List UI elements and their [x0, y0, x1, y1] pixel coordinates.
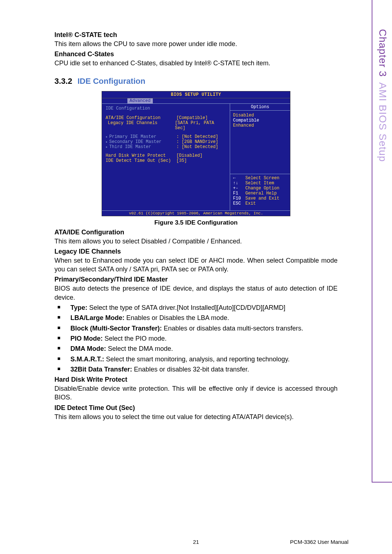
list-item: Block (Multi-Sector Transfer): Enables o… [56, 324, 338, 333]
bullet-bold: Block (Multi-Sector Transfer): [70, 325, 162, 332]
nav-key: ↑↓ [233, 181, 245, 186]
bios-tab-advanced[interactable]: Advanced [127, 98, 153, 103]
content: Intel® C-STATE tech This item allows the… [54, 31, 338, 421]
hdr-ide-master: Primary/Secondary/Third IDE Master [54, 276, 338, 283]
bullet-bold: 32Bit Data Transfer: [70, 366, 132, 373]
bios-row-value: : [2GB NANDrive] [176, 139, 218, 144]
manual-name: PCM-3362 User Manual [290, 539, 348, 545]
bullet-text: Select the DMA mode. [106, 345, 173, 352]
list-item: S.M.A.R.T.: Select the smart monitoring,… [56, 355, 338, 364]
list-item: DMA Mode: Select the DMA mode. [56, 344, 338, 353]
bios-right-panel: Options Disabled Compatible Enhanced ←Se… [230, 104, 290, 210]
bullet-bold: LBA/Large Mode: [70, 314, 124, 321]
para-ide-master: BIOS auto detects the presence of IDE de… [54, 284, 338, 302]
hdr-ide-detect: IDE Detect Time Out (Sec) [54, 404, 338, 412]
bios-row-label: IDE Detect Time Out (Sec) [106, 158, 176, 163]
bios-master-row[interactable]: Third IDE Master : [Not Detected] [106, 144, 226, 149]
bullet-bold: S.M.A.R.T.: [70, 356, 104, 363]
bios-row-value: [Compatible] [176, 115, 208, 120]
figure-caption: Figure 3.5 IDE Configuration [54, 219, 338, 226]
section-title: IDE Configuration [77, 77, 145, 86]
para-legacy-ide: When set to Enhanced mode you can select… [54, 256, 338, 274]
bios-title: BIOS SETUP UTILITY [102, 91, 290, 98]
bullet-bold: PIO Mode: [70, 335, 103, 342]
para-write-protect: Disable/Enable device write protection. … [54, 384, 338, 402]
para-ide-detect: This item allows you to select the time … [54, 413, 338, 421]
hdr-cstate: Intel® C-STATE tech [54, 31, 338, 39]
bios-row[interactable]: Legacy IDE Channels [SATA Pri, PATA Sec] [106, 120, 226, 131]
bios-screenshot: BIOS SETUP UTILITY Advanced IDE Configur… [102, 91, 290, 216]
nav-text: Select Screen [245, 176, 279, 181]
bios-option[interactable]: Enhanced [233, 123, 287, 128]
hdr-write-protect: Hard Disk Write Protect [54, 376, 338, 383]
para-cstate: This item allows the CPU to save more po… [54, 40, 338, 48]
bios-left-panel: IDE Configuration ATA/IDE Configuration … [102, 104, 230, 210]
bios-row[interactable]: ATA/IDE Configuration [Compatible] [106, 115, 226, 120]
para-ata-ide: This item allows you to select Disabled … [54, 237, 338, 246]
bios-options-header: Options [230, 104, 290, 111]
bios-nav-help: ←Select Screen ↑↓Select Item +-Change Op… [230, 174, 290, 208]
bullet-bold: Type: [70, 304, 87, 311]
bullet-bold: DMA Mode: [70, 345, 106, 352]
page-body: Intel® C-STATE tech This item allows the… [0, 0, 392, 554]
bios-copyright: v02.61 (C)Copyright 1985-2006, American … [102, 210, 290, 216]
bullet-text: Select the type of SATA driver.[Not Inst… [87, 304, 286, 311]
bios-body: IDE Configuration ATA/IDE Configuration … [102, 103, 290, 210]
bios-panel-header: IDE Configuration [106, 106, 226, 111]
nav-text: Select Item [245, 181, 274, 186]
hdr-enh-cstates: Enhanced C-States [54, 50, 338, 58]
nav-key: ← [233, 176, 245, 181]
bullet-text: Enables or disables data multi-sectors t… [162, 325, 303, 332]
bios-row-label: Third IDE Master [106, 144, 176, 149]
bios-row[interactable]: IDE Detect Time Out (Sec) [35] [106, 158, 226, 163]
bios-menubar: Advanced [102, 98, 290, 103]
bios-row-value: [Disabled] [176, 153, 203, 158]
bios-row-label: ATA/IDE Configuration [106, 115, 176, 120]
bios-option-selected[interactable]: Compatible [233, 118, 287, 123]
bios-row-label: Legacy IDE Channels [106, 120, 175, 131]
page-number: 21 [193, 539, 199, 545]
bios-row-value: [35] [176, 158, 187, 163]
bullet-text: Enables or Disables the LBA mode. [124, 314, 229, 321]
list-item: 32Bit Data Transfer: Enables or disables… [56, 365, 338, 374]
bullet-list: Type: Select the type of SATA driver.[No… [56, 303, 338, 374]
hdr-ata-ide: ATA/IDE Configuration [54, 229, 338, 236]
bullet-text: Select the smart monitoring, analysis, a… [104, 356, 290, 363]
bullet-text: Select the PIO mode. [103, 335, 167, 342]
list-item: Type: Select the type of SATA driver.[No… [56, 303, 338, 312]
bios-row[interactable]: Hard Disk Write Protect [Disabled] [106, 153, 226, 158]
bios-master-row[interactable]: Secondary IDE Master : [2GB NANDrive] [106, 139, 226, 144]
list-item: PIO Mode: Select the PIO mode. [56, 334, 338, 343]
bios-master-row[interactable]: Primary IDE Master : [Not Detected] [106, 134, 226, 139]
nav-key: ESC [233, 201, 245, 206]
bios-row-label: Secondary IDE Master [106, 139, 176, 144]
bullet-text: Enables or disables 32-bit data transfer… [132, 366, 249, 373]
section-num: 3.3.2 [54, 77, 72, 86]
bios-row-label: Hard Disk Write Protect [106, 153, 176, 158]
nav-key: F10 [233, 196, 245, 201]
nav-text: Exit [245, 201, 256, 206]
para-enh-cstates: CPU idle set to enhanced C-States, disab… [54, 59, 338, 67]
bios-row-label: Primary IDE Master [106, 134, 176, 139]
list-item: LBA/Large Mode: Enables or Disables the … [56, 313, 338, 322]
bios-options-box: Disabled Compatible Enhanced [230, 111, 290, 172]
bios-row-value: : [Not Detected] [176, 134, 218, 139]
nav-text: Save and Exit [245, 196, 279, 201]
nav-key: +- [233, 186, 245, 191]
bios-option[interactable]: Disabled [233, 113, 287, 118]
nav-key: F1 [233, 191, 245, 196]
hdr-legacy-ide: Legacy IDE Channels [54, 248, 338, 255]
nav-text: Change Option [245, 186, 279, 191]
section-header: 3.3.2 IDE Configuration [54, 77, 338, 86]
bios-row-value: : [Not Detected] [176, 144, 218, 149]
nav-text: General Help [245, 191, 277, 196]
bios-row-value: [SATA Pri, PATA Sec] [175, 120, 226, 131]
